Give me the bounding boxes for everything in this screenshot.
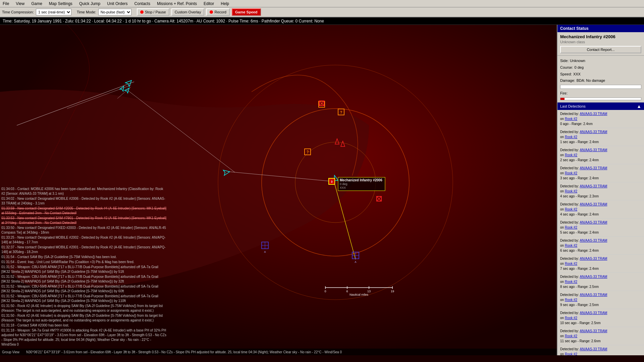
detection-unit-link[interactable]: Rook #2: [565, 153, 577, 157]
svg-text:?: ?: [307, 150, 309, 154]
svg-text:A: A: [355, 260, 357, 263]
detection-sensor-link[interactable]: AN/AAS-33 TRAM: [580, 112, 607, 116]
detection-unit-link[interactable]: Rook #2: [565, 207, 577, 211]
menu-game[interactable]: Game: [30, 1, 44, 7]
detection-unit-link[interactable]: Rook #2: [565, 244, 577, 247]
detection-unit-link[interactable]: Rook #2: [565, 117, 577, 121]
detection-unit-link[interactable]: Rook #2: [565, 189, 577, 193]
custom-overlay-label: Custom Overlay: [175, 10, 201, 14]
detection-item: Detected by: AN/AAS-33 TRAMon Rook #23 s…: [557, 164, 644, 182]
toolbar: Time Compression: 1 sec (real-time) 5 se…: [0, 7, 644, 17]
menu-quick-jump[interactable]: Quick Jump: [78, 1, 102, 7]
detection-unit-link[interactable]: Rook #2: [565, 316, 577, 320]
detection-item: Detected by: AN/AAS-33 TRAMon Rook #22 s…: [557, 146, 644, 164]
side-label: Side:: [560, 58, 569, 64]
contact-status-title: Contact Status: [560, 26, 589, 31]
menu-file[interactable]: File: [1, 1, 10, 7]
svg-text:3: 3: [331, 180, 332, 183]
map-area[interactable]: ? ? ? 3 Mechanized Infantry: [0, 25, 557, 355]
detection-time: 4 sec ago - Range: 2.4nm: [560, 213, 599, 216]
fire-label: Fire:: [560, 90, 568, 97]
course-value: 0 deg: [575, 64, 584, 71]
record-label: Record: [214, 10, 226, 14]
detection-time: 11 sec ago - Range: 2.6nm: [560, 339, 601, 343]
stop-icon: [140, 10, 144, 14]
time-mode-select[interactable]: No-pulse (fast) Pulsed: [98, 9, 131, 15]
right-panel: Contact Status Mechanized Infantry #2006…: [557, 25, 644, 355]
detection-sensor-link[interactable]: AN/AAS-33 TRAM: [580, 293, 607, 297]
contact-report-button[interactable]: Contact Report...: [560, 46, 641, 53]
detection-item: Detected by: AN/AAS-33 TRAMon Rook #26 s…: [557, 237, 644, 255]
custom-overlay-button[interactable]: Custom Overlay: [171, 8, 205, 16]
detection-time: 3 sec ago - Range: 2.4nm: [560, 176, 599, 180]
detection-item: Detected by: AN/AAS-33 TRAMon Rook #29 s…: [557, 291, 644, 309]
time-compression-select[interactable]: 1 sec (real-time) 5 sec 30 sec 1 min: [36, 9, 71, 15]
menu-map-settings[interactable]: Map Settings: [48, 1, 74, 7]
damage-label: Damage:: [560, 77, 575, 84]
detection-time: 1 sec ago - Range: 2.4nm: [560, 140, 599, 144]
stop-pause-button[interactable]: Stop / Pause: [137, 8, 169, 16]
detection-unit-link[interactable]: Rook #2: [565, 298, 577, 302]
main-area: ? ? ? 3 Mechanized Infantry: [0, 25, 644, 355]
contact-status-header: Contact Status: [557, 25, 644, 32]
detection-sensor-link[interactable]: AN/AAS-33 TRAM: [580, 329, 607, 333]
detection-item: Detected by: AN/AAS-33 TRAMon Rook #25 s…: [557, 219, 644, 237]
detection-unit-link[interactable]: Rook #2: [565, 171, 577, 175]
record-button[interactable]: Record: [206, 8, 229, 16]
status-text: Time: Saturday, 19 January 1991 · Zulu: …: [3, 19, 324, 23]
detection-item: Detected by: AN/AAS-33 TRAMon Rook #212 …: [557, 345, 644, 355]
detection-sensor-link[interactable]: AN/AAS-33 TRAM: [580, 311, 607, 315]
detection-sensor-link[interactable]: AN/AAS-33 TRAM: [580, 148, 607, 152]
side-value: Unknown: [570, 58, 585, 64]
bottom-coords: N30°06'21" E47°33'19" - 3.61nm from sel …: [26, 350, 342, 354]
detection-sensor-link[interactable]: AN/AAS-33 TRAM: [580, 239, 607, 242]
detection-sensor-link[interactable]: AN/AAS-33 TRAM: [580, 130, 607, 134]
detection-time: 7 sec ago - Range: 2.4nm: [560, 267, 599, 270]
detection-sensor-link[interactable]: AN/AAS-33 TRAM: [580, 275, 607, 279]
detection-time: 8 sec ago - Range: 2.5nm: [560, 285, 599, 289]
svg-text:A: A: [264, 250, 266, 253]
detection-unit-link[interactable]: Rook #2: [565, 334, 577, 338]
detection-sensor-link[interactable]: AN/AAS-33 TRAM: [580, 184, 607, 188]
detection-sensor-link[interactable]: AN/AAS-33 TRAM: [580, 202, 607, 206]
menu-unit-orders[interactable]: Unit Orders: [106, 1, 129, 7]
detection-item: Detected by: AN/AAS-33 TRAMon Rook #24 s…: [557, 182, 644, 200]
detection-item: Detected by: AN/AAS-33 TRAMon Rook #27 s…: [557, 255, 644, 273]
detection-item: Detected by: AN/AAS-33 TRAMon Rook #210 …: [557, 309, 644, 327]
detection-sensor-link[interactable]: AN/AAS-33 TRAM: [580, 347, 607, 351]
detection-unit-link[interactable]: Rook #2: [565, 135, 577, 139]
detection-sensor-link[interactable]: AN/AAS-33 TRAM: [580, 257, 607, 260]
detection-time: 6 sec ago - Range: 2.4nm: [560, 249, 599, 252]
detection-unit-link[interactable]: Rook #2: [565, 352, 577, 355]
fire-bar-fill: [560, 98, 565, 100]
group-view-label: Group View: [2, 350, 19, 354]
detection-unit-link[interactable]: Rook #2: [565, 280, 577, 284]
menu-view[interactable]: View: [14, 1, 26, 7]
detection-sensor-link[interactable]: AN/AAS-33 TRAM: [580, 166, 607, 170]
menu-missions[interactable]: Missions + Ref. Points: [156, 1, 198, 7]
time-mode-label: Time Mode:: [77, 10, 96, 14]
fire-bar: [560, 98, 641, 100]
detection-time: 4 sec ago - Range: 2.3nm: [560, 194, 599, 198]
collapse-detections-button[interactable]: ▲: [637, 104, 641, 109]
svg-text:Mechanized Infantry #2006: Mechanized Infantry #2006: [340, 178, 382, 182]
svg-text:0: 0: [324, 290, 326, 293]
detection-time: 5 sec ago - Range: 2.4nm: [560, 231, 599, 234]
detection-item: Detected by: AN/AAS-33 TRAMon Rook #211 …: [557, 327, 644, 345]
menu-help[interactable]: Help: [219, 1, 230, 7]
contact-info: Mechanized Infantry #2006 Unknown class …: [557, 32, 644, 56]
detection-sensor-link[interactable]: AN/AAS-33 TRAM: [580, 221, 607, 224]
svg-text:?: ?: [340, 110, 342, 114]
menu-contacts[interactable]: Contacts: [133, 1, 152, 7]
detection-time: 10 sec ago - Range: 2.5nm: [560, 321, 601, 325]
stop-pause-label: Stop / Pause: [145, 10, 166, 14]
svg-text:19: 19: [391, 290, 394, 293]
detection-time: 2 sec ago - Range: 2.4nm: [560, 158, 599, 162]
bottom-status: Group View N30°06'21" E47°33'19" - 3.61n…: [0, 349, 557, 355]
detection-time: 0 ago - Range: 2.4nm: [560, 122, 593, 126]
menu-editor[interactable]: Editor: [202, 1, 215, 7]
detection-item: Detected by: AN/AAS-33 TRAMon Rook #21 s…: [557, 128, 644, 146]
game-speed-button[interactable]: Game Speed: [232, 8, 261, 16]
detection-unit-link[interactable]: Rook #2: [565, 226, 577, 229]
detection-unit-link[interactable]: Rook #2: [565, 262, 577, 265]
